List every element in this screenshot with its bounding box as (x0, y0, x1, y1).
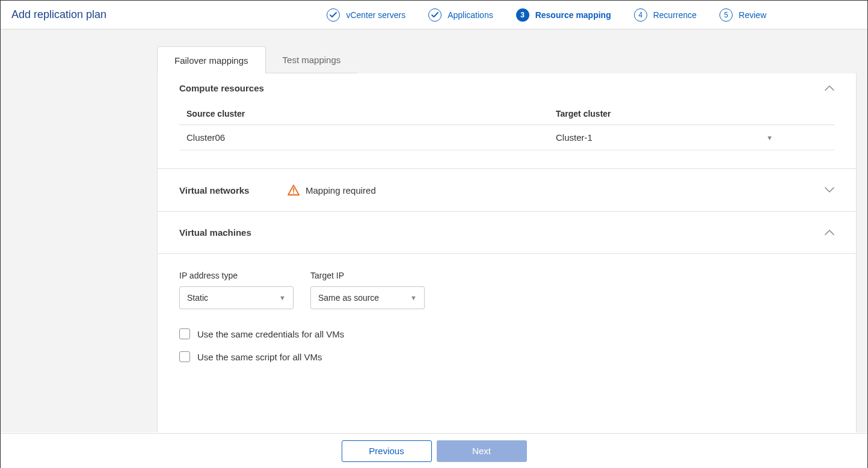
ip-type-value: Static (187, 293, 208, 303)
section-virtual-networks: Virtual networks Mapping required (158, 169, 856, 212)
vm-form-row: IP address type Static ▼ Target IP Same … (179, 271, 834, 309)
target-ip-label: Target IP (310, 271, 425, 280)
vm-checks: Use the same credentials for all VMs Use… (179, 328, 834, 362)
compute-body: Source cluster Target cluster Cluster06 … (158, 103, 856, 168)
status-text: Mapping required (306, 185, 376, 196)
page-title: Add replication plan (11, 8, 106, 21)
step-number-icon: 4 (634, 8, 647, 22)
chevron-down-icon (825, 187, 834, 193)
compute-table-row: Cluster06 Cluster-1 ▼ (179, 125, 834, 150)
check-label: Use the same script for all VMs (197, 352, 322, 362)
step-review[interactable]: 5 Review (719, 8, 766, 22)
check-icon (428, 8, 442, 22)
source-cluster-value: Cluster06 (186, 132, 541, 143)
step-label: Recurrence (653, 10, 697, 20)
target-ip-select[interactable]: Same as source ▼ (310, 286, 425, 309)
caret-down-icon: ▼ (279, 294, 286, 301)
caret-down-icon: ▼ (410, 294, 417, 301)
step-label: Applications (448, 10, 493, 20)
ip-address-type-group: IP address type Static ▼ (179, 271, 294, 309)
step-label: Resource mapping (535, 10, 611, 20)
section-header-vms[interactable]: Virtual machines (158, 212, 856, 253)
compute-table-header: Source cluster Target cluster (179, 103, 834, 125)
mapping-tabs: Failover mappings Test mappings (157, 46, 867, 73)
svg-point-1 (293, 192, 294, 194)
col-source-cluster: Source cluster (186, 109, 541, 119)
mapping-required-status: Mapping required (288, 185, 376, 196)
section-compute-resources: Compute resources Source cluster Target … (158, 73, 856, 169)
chevron-up-icon (825, 230, 834, 236)
next-button[interactable]: Next (437, 440, 527, 462)
section-header-networks[interactable]: Virtual networks Mapping required (158, 169, 856, 211)
check-same-script[interactable]: Use the same script for all VMs (179, 351, 834, 362)
target-ip-value: Same as source (318, 293, 379, 303)
wizard-footer: Previous Next (1, 433, 867, 468)
mappings-panel: Compute resources Source cluster Target … (157, 73, 857, 433)
step-recurrence[interactable]: 4 Recurrence (634, 8, 697, 22)
warning-icon (288, 185, 300, 196)
target-cluster-select[interactable]: Cluster-1 ▼ (556, 132, 827, 143)
caret-down-icon: ▼ (766, 134, 773, 141)
step-number-icon: 3 (516, 8, 529, 22)
section-title: Virtual machines (179, 227, 288, 238)
vms-body: IP address type Static ▼ Target IP Same … (158, 254, 856, 380)
tab-test-mappings[interactable]: Test mappings (266, 46, 358, 73)
target-cluster-value: Cluster-1 (556, 132, 593, 143)
col-target-cluster: Target cluster (556, 109, 827, 119)
main-canvas: Failover mappings Test mappings Compute … (1, 29, 867, 433)
step-label: vCenter servers (346, 10, 405, 20)
step-resource-mapping[interactable]: 3 Resource mapping (516, 8, 611, 22)
check-icon (327, 8, 340, 22)
chevron-up-icon (825, 85, 834, 91)
wizard-steps: vCenter servers Applications 3 Resource … (327, 8, 857, 22)
section-header-compute[interactable]: Compute resources (158, 73, 856, 103)
step-applications[interactable]: Applications (428, 8, 493, 22)
target-ip-group: Target IP Same as source ▼ (310, 271, 425, 309)
check-same-credentials[interactable]: Use the same credentials for all VMs (179, 328, 834, 339)
section-title: Compute resources (179, 83, 288, 93)
checkbox-icon (179, 328, 190, 339)
step-label: Review (739, 10, 766, 20)
wizard-header: Add replication plan vCenter servers App… (1, 1, 867, 29)
ip-type-label: IP address type (179, 271, 294, 280)
ip-type-select[interactable]: Static ▼ (179, 286, 294, 309)
check-label: Use the same credentials for all VMs (197, 329, 344, 339)
previous-button[interactable]: Previous (342, 440, 432, 462)
section-title: Virtual networks (179, 185, 288, 196)
step-number-icon: 5 (719, 8, 733, 22)
tab-failover-mappings[interactable]: Failover mappings (157, 46, 266, 73)
step-vcenter[interactable]: vCenter servers (327, 8, 405, 22)
section-virtual-machines: Virtual machines IP address type Static … (158, 212, 856, 380)
checkbox-icon (179, 351, 190, 362)
